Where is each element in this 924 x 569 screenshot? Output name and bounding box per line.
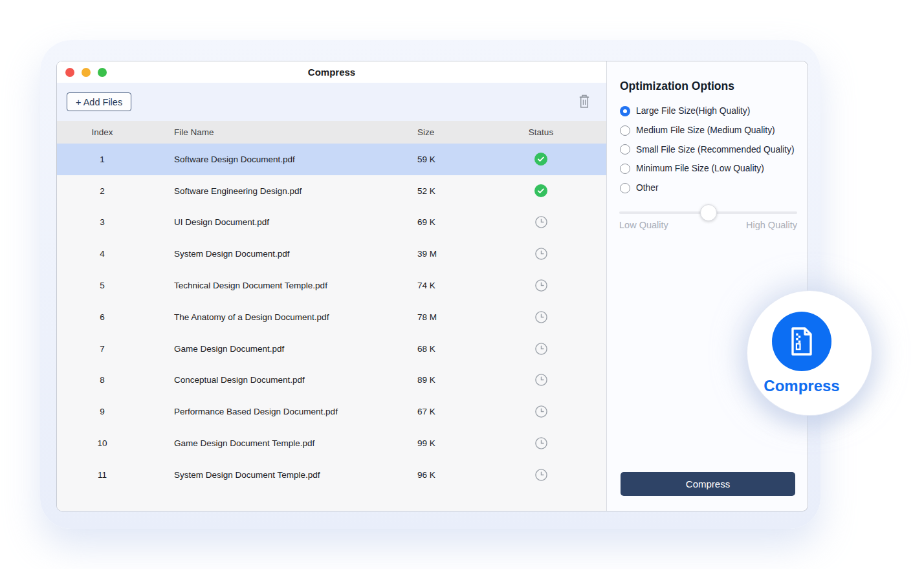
slider-low-label: Low Quality [619,220,668,230]
zip-file-icon [787,326,816,357]
row-size: 74 K [417,281,515,290]
table-row[interactable]: 3 UI Design Document.pdf 69 K [57,207,606,239]
row-file-name: Conceptual Design Document.pdf [148,375,417,385]
table-row[interactable]: 8 Conceptual Design Document.pdf 89 K [57,365,606,396]
table-row[interactable]: 7 Game Design Document.pdf 68 K [57,333,606,365]
header-size: Size [417,127,515,137]
row-file-name: Technical Design Document Temple.pdf [148,281,417,290]
compress-badge-content: Compress [764,291,839,415]
radio-label: Large File Size(High Quality) [636,106,750,116]
row-size: 59 K [417,155,515,164]
row-file-name: UI Design Document.pdf [148,217,417,227]
table-row[interactable]: 4 System Design Document.pdf 39 M [57,238,606,270]
toolbar: + Add Files [57,83,606,121]
check-circle-icon [534,153,547,166]
clock-icon [535,374,547,386]
row-index: 10 [57,438,148,448]
row-size: 67 K [417,407,515,416]
clock-icon [535,279,547,292]
app-window: Compress + Add Files Index File Name Siz… [57,61,808,511]
radio-group: Large File Size(High Quality)Medium File… [620,102,795,197]
row-size: 68 K [417,344,515,354]
row-index: 7 [57,344,148,354]
row-index: 1 [57,155,148,164]
add-files-button[interactable]: + Add Files [67,92,131,111]
row-file-name: Game Design Document.pdf [148,344,417,354]
header-index: Index [57,127,148,137]
row-index: 5 [57,281,148,290]
zoom-window-button[interactable] [98,68,107,77]
table-row[interactable]: 1 Software Design Document.pdf 59 K [57,144,606,175]
row-file-name: The Anatomy of a Design Document.pdf [148,312,417,322]
table-row[interactable]: 2 Software Engineering Design.pdf 52 K [57,175,606,207]
row-status [515,248,567,260]
slider-thumb[interactable] [700,204,717,221]
radio-icon [620,144,630,155]
radio-option[interactable]: Other [620,178,795,198]
row-file-name: System Design Document.pdf [148,249,417,259]
header-file-name: File Name [148,127,417,137]
row-status [515,216,567,228]
row-status [515,153,567,166]
compress-badge[interactable]: Compress [747,291,872,415]
table-row[interactable]: 5 Technical Design Document Temple.pdf 7… [57,270,606,301]
row-file-name: Game Design Document Temple.pdf [148,438,417,448]
row-status [515,437,567,449]
radio-icon [620,125,630,136]
row-index: 2 [57,186,148,196]
radio-option[interactable]: Medium File Size (Medium Quality) [620,121,795,140]
main-pane: Compress + Add Files Index File Name Siz… [57,61,607,511]
window-title: Compress [57,67,606,78]
delete-files-button[interactable] [575,92,593,111]
row-index: 6 [57,312,148,322]
table-row[interactable]: 6 The Anatomy of a Design Document.pdf 7… [57,301,606,333]
table-row[interactable]: 10 Game Design Document Temple.pdf 99 K [57,427,606,459]
row-size: 69 K [417,217,515,227]
row-size: 89 K [417,375,515,385]
header-status: Status [515,127,567,137]
row-size: 52 K [417,186,515,196]
file-table-body: 1 Software Design Document.pdf 59 K 2 So… [57,144,606,491]
options-panel: Optimization Options Large File Size(Hig… [607,61,808,511]
row-status [515,343,567,355]
radio-option[interactable]: Large File Size(High Quality) [620,102,795,121]
check-circle-icon [534,184,547,197]
radio-label: Medium File Size (Medium Quality) [636,125,775,135]
trash-icon [578,94,591,109]
zip-file-icon-circle [772,312,831,371]
row-status [515,311,567,323]
row-size: 39 M [417,249,515,259]
radio-icon [620,164,630,174]
row-file-name: Software Engineering Design.pdf [148,186,417,196]
table-header: Index File Name Size Status [57,121,606,144]
options-heading: Optimization Options [620,80,808,93]
quality-slider[interactable] [619,204,797,221]
radio-option[interactable]: Minimum File Size (Low Quality) [620,159,795,178]
slider-labels: Low Quality High Quality [619,220,797,230]
radio-option[interactable]: Small File Size (Recommended Quality) [620,140,795,159]
radio-label: Other [636,183,659,193]
clock-icon [535,311,547,323]
row-status [515,184,567,197]
row-file-name: Performance Based Design Document.pdf [148,407,417,416]
clock-icon [535,216,547,228]
row-size: 96 K [417,470,515,480]
radio-icon [620,106,630,116]
row-index: 9 [57,407,148,416]
table-row[interactable]: 11 System Design Document Temple.pdf 96 … [57,459,606,491]
row-file-name: Software Design Document.pdf [148,155,417,164]
radio-label: Small File Size (Recommended Quality) [636,145,795,155]
row-index: 4 [57,249,148,259]
row-status [515,279,567,292]
clock-icon [535,469,547,481]
compress-button[interactable]: Compress [621,472,795,496]
row-index: 3 [57,217,148,227]
table-row[interactable]: 9 Performance Based Design Document.pdf … [57,396,606,427]
close-window-button[interactable] [65,68,74,77]
minimize-window-button[interactable] [82,68,91,77]
clock-icon [535,248,547,260]
clock-icon [535,405,547,418]
row-status [515,405,567,418]
clock-icon [535,437,547,449]
traffic-lights [65,61,107,83]
